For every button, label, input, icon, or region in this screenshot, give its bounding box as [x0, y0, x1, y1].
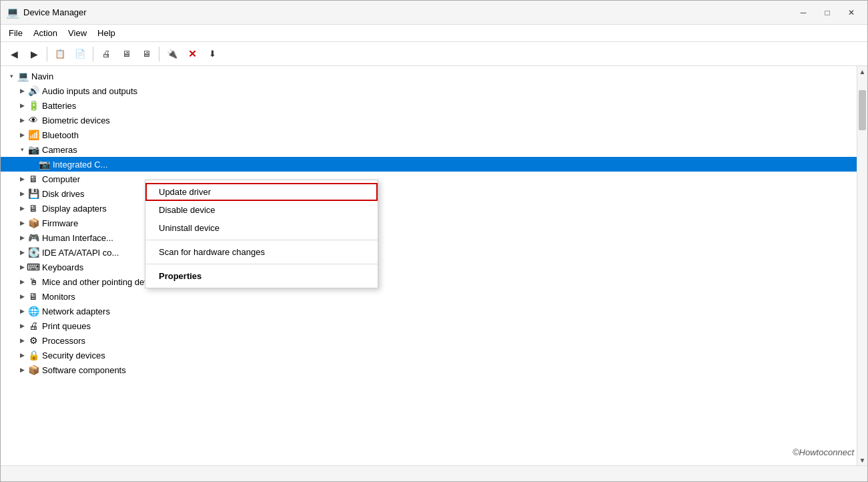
root-label: Navin: [31, 71, 53, 81]
menu-action[interactable]: Action: [28, 27, 63, 39]
tree-item-ide[interactable]: ▶ 💽 IDE ATA/ATAPI co...: [1, 245, 857, 260]
security-expand-icon[interactable]: ▶: [17, 350, 27, 360]
display-expand-icon[interactable]: ▶: [17, 203, 27, 214]
root-expand-icon[interactable]: ▾: [6, 71, 17, 81]
cameras-expand-icon[interactable]: ▾: [17, 144, 27, 155]
toolbar-separator-3: [159, 47, 159, 61]
maximize-button[interactable]: □: [817, 5, 838, 21]
toolbar-separator-2: [93, 47, 93, 61]
computer-expand-icon[interactable]: ▶: [17, 174, 27, 184]
keyboards-expand-icon[interactable]: ▶: [17, 262, 27, 272]
toolbar: ◀ ▶ 📋 📄 🖨 🖥 🖥 🔌 ✕ ⬇: [1, 42, 867, 66]
close-button[interactable]: ✕: [841, 5, 862, 21]
print-label: Print queues: [42, 321, 91, 331]
batteries-icon: 🔋: [27, 99, 39, 111]
tree-item-disk[interactable]: ▶ 💾 Disk drives: [1, 186, 857, 201]
tree-item-bluetooth[interactable]: ▶ 📶 Bluetooth: [1, 128, 857, 142]
monitors-expand-icon[interactable]: ▶: [17, 291, 27, 302]
mice-expand-icon[interactable]: ▶: [17, 276, 27, 287]
menu-help[interactable]: Help: [92, 27, 121, 39]
title-bar: 💻 Device Manager ─ □ ✕: [1, 1, 867, 25]
tree-item-biometric[interactable]: ▶ 👁 Biometric devices: [1, 113, 857, 128]
batteries-expand-icon[interactable]: ▶: [17, 100, 27, 111]
ide-expand-icon[interactable]: ▶: [17, 247, 27, 258]
scrollbar-down[interactable]: ▼: [857, 455, 867, 465]
integrated-expand-icon: [27, 159, 38, 170]
window-title: Device Manager: [23, 7, 87, 17]
tree-item-display[interactable]: ▶ 🖥 Display adapters: [1, 201, 857, 216]
display-label: Display adapters: [42, 204, 107, 214]
tree-item-security[interactable]: ▶ 🔒 Security devices: [1, 348, 857, 363]
print-expand-icon[interactable]: ▶: [17, 320, 27, 331]
tree-item-network[interactable]: ▶ 🌐 Network adapters: [1, 304, 857, 318]
scrollbar-up[interactable]: ▲: [857, 66, 867, 77]
scan-toolbar-button[interactable]: 🖨: [97, 45, 115, 63]
print-icon: 🖨: [27, 320, 39, 332]
bluetooth-expand-icon[interactable]: ▶: [17, 130, 27, 140]
bluetooth-label: Bluetooth: [42, 130, 79, 140]
tree-item-print[interactable]: ▶ 🖨 Print queues: [1, 318, 857, 333]
monitors-icon: 🖥: [27, 290, 39, 302]
tree-item-human[interactable]: ▶ 🎮 Human Interface...: [1, 230, 857, 245]
menu-view[interactable]: View: [63, 27, 92, 39]
human-icon: 🎮: [27, 232, 39, 244]
update-driver-toolbar-button[interactable]: 📄: [71, 45, 89, 63]
ctx-scan-changes[interactable]: Scan for hardware changes: [145, 243, 378, 261]
biometric-label: Biometric devices: [42, 115, 110, 126]
ctx-separator-1: [145, 240, 378, 240]
properties-toolbar-button[interactable]: 📋: [51, 45, 69, 63]
status-bar: [1, 465, 867, 481]
human-label: Human Interface...: [42, 233, 113, 243]
remove-toolbar-button[interactable]: 🔌: [163, 45, 181, 63]
firmware-expand-icon[interactable]: ▶: [17, 218, 27, 228]
disk-icon: 💾: [27, 188, 39, 200]
download-toolbar-button[interactable]: ⬇: [203, 45, 222, 63]
menu-bar: File Action View Help: [1, 25, 867, 42]
tree-item-processors[interactable]: ▶ ⚙ Processors: [1, 333, 857, 348]
delete-toolbar-button[interactable]: ✕: [183, 45, 201, 63]
tree-item-cameras[interactable]: ▾ 📷 Cameras: [1, 142, 857, 157]
scrollbar[interactable]: ▲ ▼: [857, 66, 867, 465]
display2-toolbar-button[interactable]: 🖥: [137, 45, 155, 63]
biometric-expand-icon[interactable]: ▶: [17, 115, 27, 126]
ctx-separator-2: [145, 264, 378, 264]
software-icon: 📦: [27, 364, 39, 376]
menu-file[interactable]: File: [3, 27, 28, 39]
integrated-label: Integrated C...: [53, 160, 107, 170]
tree-item-firmware[interactable]: ▶ 📦 Firmware: [1, 216, 857, 230]
processors-expand-icon[interactable]: ▶: [17, 335, 27, 346]
toolbar-separator-1: [47, 47, 47, 61]
ide-label: IDE ATA/ATAPI co...: [42, 248, 119, 258]
human-expand-icon[interactable]: ▶: [17, 232, 27, 243]
software-label: Software components: [42, 365, 126, 375]
tree-item-audio[interactable]: ▶ 🔊 Audio inputs and outputs: [1, 83, 857, 98]
back-button[interactable]: ◀: [5, 45, 23, 63]
display-icon: 🖥: [27, 202, 39, 214]
tree-item-software[interactable]: ▶ 📦 Software components: [1, 363, 857, 377]
ctx-disable-device[interactable]: Disable device: [145, 201, 378, 219]
ctx-properties[interactable]: Properties: [145, 267, 378, 285]
device-tree[interactable]: ▾ 💻 Navin ▶ 🔊 Audio inputs and outputs ▶…: [1, 66, 857, 465]
root-icon: 💻: [17, 70, 29, 82]
cameras-label: Cameras: [42, 145, 77, 155]
title-bar-left: 💻 Device Manager: [6, 6, 87, 19]
tree-item-monitors[interactable]: ▶ 🖥 Monitors: [1, 289, 857, 304]
software-expand-icon[interactable]: ▶: [17, 365, 27, 375]
network-expand-icon[interactable]: ▶: [17, 306, 27, 316]
scrollbar-thumb[interactable]: [859, 90, 866, 130]
ctx-update-driver[interactable]: Update driver: [145, 183, 378, 201]
display-toolbar-button[interactable]: 🖥: [117, 45, 135, 63]
tree-item-mice[interactable]: ▶ 🖱 Mice and other pointing devices: [1, 274, 857, 289]
network-icon: 🌐: [27, 305, 39, 317]
tree-root[interactable]: ▾ 💻 Navin: [1, 69, 857, 83]
tree-item-computer[interactable]: ▶ 🖥 Computer: [1, 172, 857, 186]
tree-item-batteries[interactable]: ▶ 🔋 Batteries: [1, 98, 857, 113]
tree-item-keyboards[interactable]: ▶ ⌨ Keyboards: [1, 260, 857, 274]
disk-expand-icon[interactable]: ▶: [17, 188, 27, 199]
forward-button[interactable]: ▶: [25, 45, 43, 63]
device-manager-window: 💻 Device Manager ─ □ ✕ File Action View …: [0, 0, 868, 482]
ctx-uninstall-device[interactable]: Uninstall device: [145, 219, 378, 237]
audio-expand-icon[interactable]: ▶: [17, 85, 27, 96]
tree-item-integrated[interactable]: 📷 Integrated C...: [1, 157, 857, 172]
minimize-button[interactable]: ─: [793, 5, 814, 21]
